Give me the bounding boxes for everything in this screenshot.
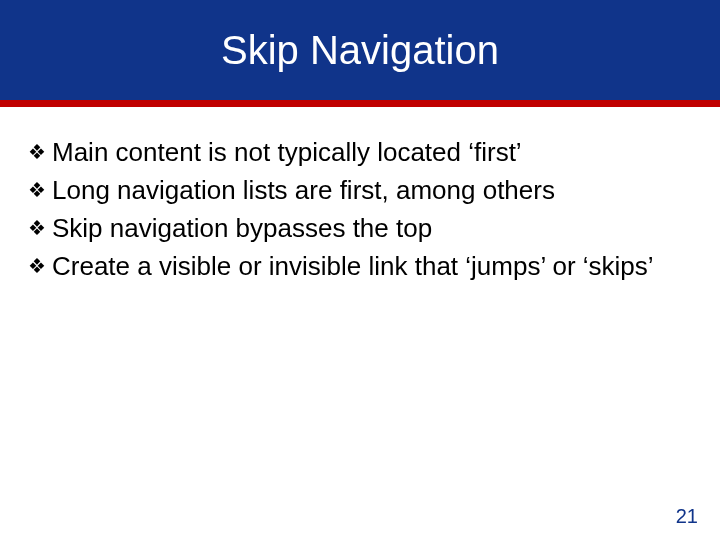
bullet-text: Main content is not typically located ‘f… — [52, 135, 522, 169]
page-number: 21 — [676, 505, 698, 528]
content-area: ❖ Main content is not typically located … — [0, 107, 720, 283]
accent-line — [0, 100, 720, 107]
diamond-bullet-icon: ❖ — [28, 173, 46, 207]
diamond-bullet-icon: ❖ — [28, 135, 46, 169]
slide: Skip Navigation ❖ Main content is not ty… — [0, 0, 720, 540]
list-item: ❖ Long navigation lists are first, among… — [28, 173, 692, 207]
title-bar: Skip Navigation — [0, 0, 720, 100]
diamond-bullet-icon: ❖ — [28, 211, 46, 245]
list-item: ❖ Main content is not typically located … — [28, 135, 692, 169]
bullet-text: Create a visible or invisible link that … — [52, 249, 654, 283]
bullet-text: Skip navigation bypasses the top — [52, 211, 432, 245]
diamond-bullet-icon: ❖ — [28, 249, 46, 283]
slide-title: Skip Navigation — [221, 28, 499, 73]
bullet-text: Long navigation lists are first, among o… — [52, 173, 555, 207]
list-item: ❖ Skip navigation bypasses the top — [28, 211, 692, 245]
list-item: ❖ Create a visible or invisible link tha… — [28, 249, 692, 283]
